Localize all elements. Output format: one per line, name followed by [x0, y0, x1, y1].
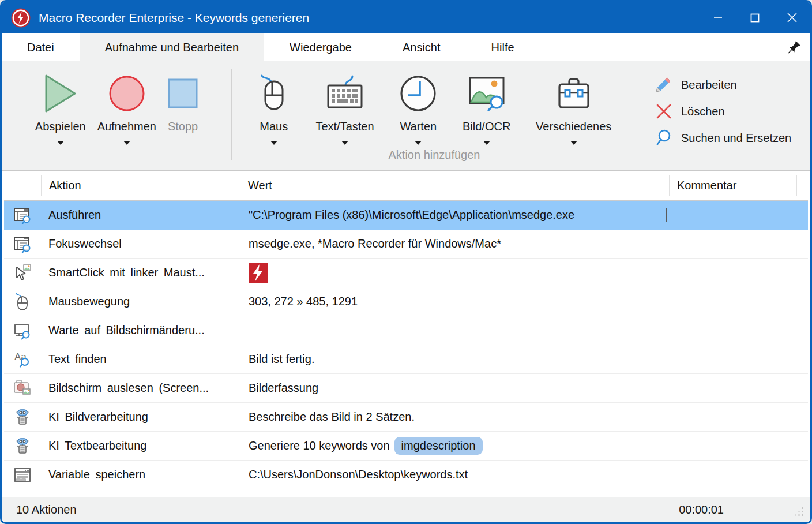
- action-label: Mausbewegung: [41, 295, 240, 308]
- edit-group: Bearbeiten Löschen Suche: [637, 61, 810, 170]
- action-value: "C:\Program Files (x86)\Microsoft\Edge\A…: [240, 208, 655, 222]
- column-header-aktion[interactable]: Aktion: [41, 175, 240, 196]
- tab-aufnahme-und-bearbeiten[interactable]: Aufnahme und Bearbeiten: [80, 33, 264, 61]
- column-header-kommentar[interactable]: Kommentar: [669, 175, 796, 196]
- pencil-icon: [655, 76, 673, 93]
- image-ocr-icon: [467, 68, 507, 119]
- table-row-warte-bildschirm[interactable]: Warte auf Bildschirmänderu...: [4, 316, 808, 345]
- table-header: Aktion Wert Kommentar: [4, 171, 808, 201]
- app-window: Macro Recorder Enterprise - Keywords gen…: [0, 0, 812, 524]
- search-replace-label: Suchen und Ersetzen: [681, 132, 791, 145]
- edit-action-button[interactable]: Bearbeiten: [655, 76, 810, 93]
- table-row-ki-bildverarbeitung[interactable]: KI Bildverarbeitung Beschreibe das Bild …: [4, 403, 808, 432]
- actions-count: 10 Aktionen: [16, 503, 77, 516]
- dropdown-arrow-icon[interactable]: [57, 141, 64, 145]
- add-miscellaneous-action-button[interactable]: Verschiedenes: [536, 61, 611, 145]
- tab-hilfe[interactable]: Hilfe: [466, 33, 540, 61]
- action-value: msedge.exe, *Macro Recorder für Windows/…: [240, 237, 655, 250]
- ai-robot-icon: [4, 437, 41, 455]
- add-action-group: Maus: [232, 61, 637, 170]
- text-cursor: [666, 208, 667, 222]
- delete-action-label: Löschen: [681, 105, 725, 118]
- briefcase-icon: [555, 68, 593, 119]
- mouse-move-icon: [4, 293, 41, 311]
- status-bar: 10 Aktionen 00:00:01: [2, 497, 810, 522]
- table-row-mausbewegung[interactable]: Mausbewegung 303, 272 » 485, 1291: [4, 287, 808, 316]
- dropdown-arrow-icon[interactable]: [123, 141, 130, 145]
- action-value: Bild ist fertig.: [240, 353, 655, 366]
- action-value: 303, 272 » 485, 1291: [240, 295, 655, 308]
- title-bar: Macro Recorder Enterprise - Keywords gen…: [2, 2, 810, 33]
- action-value: Generiere 10 keywords von imgdescription: [240, 437, 655, 455]
- clock-icon: [399, 68, 437, 119]
- edit-action-label: Bearbeiten: [681, 78, 737, 92]
- action-label: SmartClick mit linker Maust...: [41, 266, 240, 279]
- window-title: Macro Recorder Enterprise - Keywords gen…: [39, 11, 700, 25]
- column-header-wert[interactable]: Wert: [240, 175, 655, 196]
- action-label: Fokuswechsel: [41, 237, 240, 250]
- close-button[interactable]: [773, 2, 810, 33]
- table-row-smartclick[interactable]: SmartClick mit linker Maust...: [4, 259, 808, 287]
- find-text-icon: Aa: [4, 350, 41, 369]
- table-row-ausfuehren[interactable]: Ausführen "C:\Program Files (x86)\Micros…: [4, 201, 808, 230]
- stop-square-icon: [168, 68, 198, 119]
- action-value: Bilderfassung: [240, 381, 655, 395]
- action-label: KI Bildverarbeitung: [41, 410, 240, 424]
- action-label: Ausführen: [41, 208, 240, 222]
- table-row-fokuswechsel[interactable]: Fokuswechsel msedge.exe, *Macro Recorder…: [4, 230, 808, 259]
- add-image-ocr-action-button[interactable]: Bild/OCR: [463, 61, 510, 145]
- search-replace-button[interactable]: Suchen und Ersetzen: [655, 129, 810, 147]
- table-row-ki-textbearbeitung[interactable]: KI Textbearbeitung Generiere 10 keywords…: [4, 432, 808, 461]
- macro-recorder-logo-thumbnail: [249, 263, 268, 283]
- pin-icon[interactable]: [787, 33, 810, 61]
- record-button[interactable]: Aufnehmen: [97, 61, 156, 170]
- dropdown-arrow-icon[interactable]: [341, 141, 348, 145]
- table-row-variable-speichern[interactable]: Variable speichern C:\Users\JonDonson\De…: [4, 461, 808, 489]
- dropdown-arrow-icon[interactable]: [483, 141, 490, 145]
- run-program-icon: [4, 206, 41, 224]
- play-button[interactable]: Abspielen: [35, 61, 86, 170]
- screen-change-icon: [4, 321, 41, 340]
- action-label: KI Textbearbeitung: [41, 439, 240, 452]
- stop-button[interactable]: Stopp: [168, 61, 198, 170]
- dropdown-arrow-icon[interactable]: [415, 141, 422, 145]
- action-label: Bildschirm auslesen (Screen...: [41, 381, 240, 395]
- tab-datei[interactable]: Datei: [2, 33, 80, 61]
- red-x-icon: [655, 103, 673, 119]
- resize-grip[interactable]: [794, 507, 805, 517]
- mouse-icon: [257, 68, 291, 119]
- column-header-icon: [4, 175, 41, 196]
- variable-chip: imgdescription: [394, 437, 483, 455]
- tab-ansicht[interactable]: Ansicht: [377, 33, 466, 61]
- screenshot-icon: [4, 379, 41, 398]
- macro-recorder-logo-icon: [10, 8, 31, 28]
- action-value: C:\Users\JonDonson\Desktop\keywords.txt: [240, 468, 655, 481]
- table-row-bildschirm-auslesen[interactable]: Bildschirm auslesen (Screen... Bilderfas…: [4, 374, 808, 403]
- add-action-caption: Aktion hinzufügen: [232, 148, 637, 162]
- action-label: Warte auf Bildschirmänderu...: [41, 324, 240, 337]
- save-variable-icon: [4, 466, 41, 484]
- add-text-keys-action-button[interactable]: Text/Tasten: [315, 61, 374, 145]
- add-wait-action-button[interactable]: Warten: [399, 61, 437, 145]
- action-value: [240, 263, 655, 283]
- delete-action-button[interactable]: Löschen: [655, 103, 810, 119]
- smartclick-cursor-icon: [4, 264, 41, 282]
- add-mouse-action-button[interactable]: Maus: [257, 61, 291, 145]
- maximize-button[interactable]: [736, 2, 773, 33]
- magnifier-icon: [655, 129, 673, 147]
- action-label: Variable speichern: [41, 468, 240, 481]
- column-header-spacer: [655, 175, 669, 196]
- ribbon-toolbar: Abspielen Aufnehmen Stopp: [2, 61, 810, 171]
- play-triangle-icon: [43, 68, 78, 119]
- minimize-button[interactable]: [700, 2, 736, 33]
- value-text: Generiere 10 keywords von: [249, 439, 390, 452]
- timer-value: 00:00:01: [679, 503, 724, 516]
- ai-robot-icon: [4, 408, 41, 426]
- table-row-text-finden[interactable]: Aa Text finden Bild ist fertig.: [4, 345, 808, 374]
- focus-window-icon: [4, 235, 41, 253]
- dropdown-arrow-icon[interactable]: [270, 141, 277, 145]
- action-value: Beschreibe das Bild in 2 Sätzen.: [240, 410, 655, 424]
- tab-wiedergabe[interactable]: Wiedergabe: [264, 33, 377, 61]
- action-list: Aktion Wert Kommentar: [2, 171, 810, 497]
- dropdown-arrow-icon[interactable]: [570, 141, 577, 145]
